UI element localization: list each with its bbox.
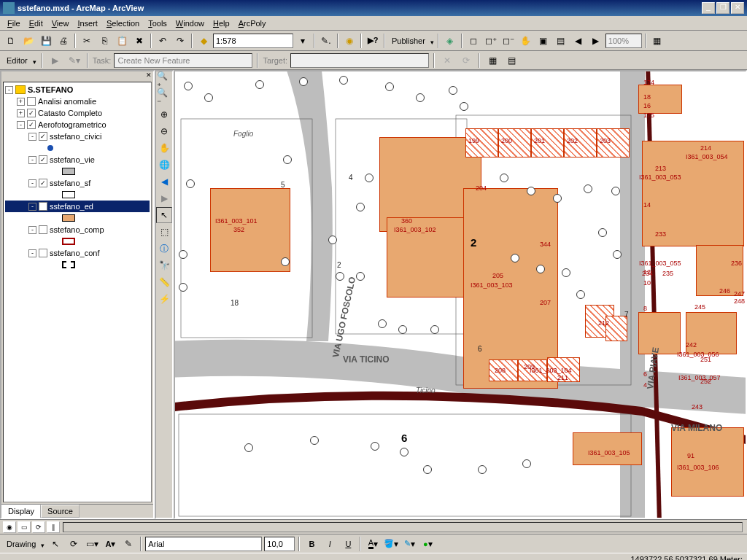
zoom-in-icon[interactable]: 🔍⁺ <box>156 73 172 89</box>
rotate-icon[interactable]: ⟳ <box>458 52 474 69</box>
close-button[interactable]: ✕ <box>731 2 744 14</box>
pan-icon[interactable]: ✋ <box>156 140 172 156</box>
menu-edit[interactable]: Edit <box>25 18 47 29</box>
layout-100-icon[interactable]: ▤ <box>553 33 569 49</box>
bold-icon[interactable]: B <box>303 536 320 552</box>
task-combo[interactable]: Create New Feature <box>114 53 252 68</box>
cut-icon[interactable]: ✂ <box>79 33 95 49</box>
menu-tools[interactable]: Tools <box>144 18 171 29</box>
select-elements-icon[interactable]: ⬚ <box>156 224 172 240</box>
layer-sstefano_ed[interactable]: -✓sstefano_ed <box>5 201 150 212</box>
sketch-props-icon[interactable]: ✕ <box>439 52 455 69</box>
copy-icon[interactable]: ⎘ <box>96 33 112 49</box>
tab-source[interactable]: Source <box>41 505 80 518</box>
editor-tool-icon[interactable]: ✎. <box>318 33 334 49</box>
publisher-menu[interactable]: Publisher <box>388 33 435 49</box>
find-icon[interactable]: 🔭 <box>156 257 172 273</box>
layout-fwd-icon[interactable]: ▶ <box>588 33 604 49</box>
layer-Catasto Completo[interactable]: +✓Catasto Completo <box>5 107 150 119</box>
sketch-tool-icon[interactable]: ✎▾ <box>66 52 82 69</box>
parcel-label: 199 <box>468 137 479 144</box>
sketch-props2-icon[interactable]: ▤ <box>503 52 519 69</box>
zoom-pct-combo[interactable]: 100% <box>605 34 642 48</box>
hscrollbar[interactable] <box>63 522 743 532</box>
font-combo[interactable]: Arial <box>145 537 262 551</box>
menu-selection[interactable]: Selection <box>102 18 144 29</box>
layout-view-tab[interactable]: ▭ <box>18 521 31 533</box>
edit-tool-icon[interactable]: ▶ <box>47 52 63 69</box>
open-icon[interactable]: 📂 <box>20 33 36 49</box>
maximize-button[interactable]: ❐ <box>716 2 729 14</box>
toc-close-icon[interactable]: ✕ <box>146 71 152 80</box>
menu-view[interactable]: View <box>47 18 74 29</box>
delete-icon[interactable]: ✖ <box>131 33 147 49</box>
redo-icon[interactable]: ↷ <box>172 33 188 49</box>
measure-icon[interactable]: 📏 <box>156 274 172 290</box>
undo-icon[interactable]: ↶ <box>155 33 171 49</box>
map-canvas[interactable]: VIA UGO FOSCOLOVIA TICINOVIA PIAVEVIA MI… <box>174 70 747 519</box>
layer-sstefano_conf[interactable]: -sstefano_conf <box>5 247 150 259</box>
data-view-tab[interactable]: ◉ <box>3 521 16 533</box>
fixed-zoom-out-icon[interactable]: ⊖ <box>156 123 172 139</box>
layer-sstefano_comp[interactable]: -sstefano_comp <box>5 224 150 236</box>
next-extent-icon[interactable]: ▶ <box>156 190 172 206</box>
italic-icon[interactable]: I <box>322 536 338 552</box>
layout-full-icon[interactable]: ▣ <box>535 33 551 49</box>
new-text-icon[interactable]: A▾ <box>102 536 118 552</box>
toc-tree[interactable]: -S.STEFANO+Analisi anomalie+✓Catasto Com… <box>3 82 152 502</box>
fill-color-icon[interactable]: 🪣▾ <box>383 536 399 552</box>
layout-pan-icon[interactable]: ✋ <box>518 33 534 49</box>
menu-file[interactable]: File <box>3 18 25 29</box>
new-doc-icon[interactable]: 🗋 <box>3 33 19 49</box>
select-element-icon[interactable]: ↖ <box>47 536 63 552</box>
refresh-view-icon[interactable]: ⟳ <box>32 521 45 533</box>
layer-sstefano_vie[interactable]: -✓sstefano_vie <box>5 154 150 166</box>
edit-vertices-icon[interactable]: ✎ <box>120 536 136 552</box>
layout-back-icon[interactable]: ◀ <box>570 33 587 49</box>
arccatalog-icon[interactable]: ◉ <box>341 33 357 49</box>
rotate-element-icon[interactable]: ⟳ <box>66 536 82 552</box>
publish-icon[interactable]: ◈ <box>442 33 458 49</box>
font-color-icon[interactable]: A▾ <box>365 536 381 552</box>
toc-root[interactable]: -S.STEFANO <box>5 84 150 96</box>
marker-color-icon[interactable]: ●▾ <box>419 536 436 552</box>
layer-Analisi anomalie[interactable]: +Analisi anomalie <box>5 96 150 107</box>
attributes-icon[interactable]: ▦ <box>484 52 500 69</box>
underline-icon[interactable]: U <box>340 536 356 552</box>
prev-extent-icon[interactable]: ◀ <box>156 174 172 190</box>
tab-display[interactable]: Display <box>1 505 41 518</box>
new-rect-icon[interactable]: ▭▾ <box>84 536 100 552</box>
print-icon[interactable]: 🖨 <box>55 33 71 49</box>
menu-insert[interactable]: Insert <box>73 18 102 29</box>
scale-dd-icon[interactable]: ▾ <box>295 33 311 49</box>
menu-arcpoly[interactable]: ArcPoly <box>234 18 271 29</box>
full-extent-icon[interactable]: 🌐 <box>156 157 172 173</box>
font-size-combo[interactable]: 10,0 <box>264 537 295 551</box>
identify-icon[interactable]: ⓘ <box>156 241 172 257</box>
editor-menu[interactable]: Editor <box>3 52 37 69</box>
pause-drawing-icon[interactable]: ∥ <box>47 521 60 533</box>
menu-help[interactable]: Help <box>209 18 234 29</box>
whatsthis-icon[interactable]: ▶? <box>365 33 381 49</box>
save-icon[interactable]: 💾 <box>38 33 54 49</box>
zoom-out-icon[interactable]: 🔍⁻ <box>156 90 172 106</box>
line-color-icon[interactable]: ✎▾ <box>401 536 417 552</box>
add-data-icon[interactable]: ◆ <box>196 33 212 49</box>
layout-zoom-out-icon[interactable]: ◻⁻ <box>500 33 516 49</box>
select-features-icon[interactable]: ↖ <box>156 207 172 223</box>
data-frame-icon[interactable]: ◻ <box>465 33 481 49</box>
paste-icon[interactable]: 📋 <box>114 33 130 49</box>
map-tools-toolbar: 🔍⁺ 🔍⁻ ⊕ ⊖ ✋ 🌐 ◀ ▶ ↖ ⬚ ⓘ 🔭 📏 ⚡ <box>155 70 174 519</box>
fixed-zoom-in-icon[interactable]: ⊕ <box>156 106 172 122</box>
layer-Aerofotogrametrico[interactable]: -✓Aerofotogrametrico <box>5 119 150 131</box>
hyperlink-icon[interactable]: ⚡ <box>156 291 172 307</box>
minimize-button[interactable]: _ <box>702 2 715 14</box>
drawing-menu[interactable]: Drawing <box>3 536 45 552</box>
toggle-draft-icon[interactable]: ▦ <box>649 33 665 49</box>
target-combo[interactable] <box>290 53 429 68</box>
layer-sstefano_civici[interactable]: -✓sstefano_civici <box>5 131 150 142</box>
layout-zoom-in-icon[interactable]: ◻⁺ <box>483 33 499 49</box>
scale-combo[interactable]: 1:578 <box>213 34 293 48</box>
layer-sstefano_sf[interactable]: -✓sstefano_sf <box>5 177 150 189</box>
menu-window[interactable]: Window <box>171 18 209 29</box>
